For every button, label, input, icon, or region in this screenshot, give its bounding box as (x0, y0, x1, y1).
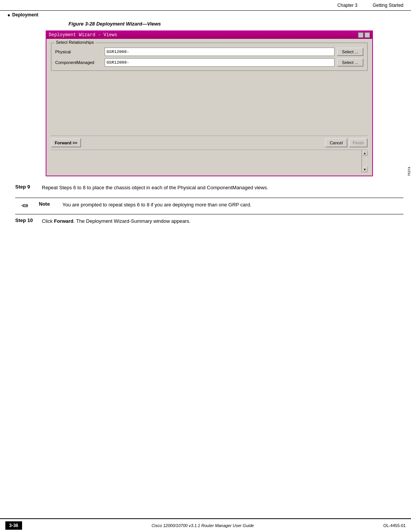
note-text: You are prompted to repeat steps 6 to 8 … (62, 201, 251, 209)
scroll-down-button[interactable]: ▼ (362, 167, 368, 172)
dialog-button-row: Forward >> Cancel Finish (51, 136, 368, 150)
footer-doc-id: OL-4455-01 (383, 523, 406, 528)
note-icon-area: ✏ (15, 201, 34, 211)
note-section: ✏ Note You are prompted to repeat steps … (15, 198, 403, 214)
deployment-label: Deployment (8, 12, 38, 18)
component-managed-row: ComponentManaged Select ... (55, 58, 363, 67)
steps-section: Step 9 Repeat Steps 6 to 8 to place the … (15, 184, 403, 225)
header-chapter: Chapter 3 Getting Started (338, 3, 403, 8)
dialog-body: Select Relationships Physical Select ...… (46, 39, 372, 176)
group-legend: Select Relationships (54, 40, 96, 45)
note-label: Note (39, 201, 58, 207)
physical-input[interactable] (105, 48, 335, 56)
header-bar: Chapter 3 Getting Started (0, 0, 411, 11)
footer-title: Cisco 12000/10700 v3.1.1 Router Manager … (151, 523, 254, 528)
scroll-up-button[interactable]: ▲ (362, 150, 368, 156)
forward-button[interactable]: Forward >> (51, 138, 81, 147)
titlebar-controls: _ □ (358, 32, 370, 38)
figure-number: 75374 (407, 167, 411, 176)
scrollbar[interactable]: ▲ ▼ (362, 150, 368, 173)
maximize-button[interactable]: □ (365, 32, 370, 38)
step-10-label: Step 10 (15, 217, 42, 223)
page-number: 3-36 (5, 521, 22, 530)
dialog-empty-area (51, 75, 368, 136)
chapter-label: Chapter 3 (338, 3, 358, 8)
footer: 3-36 Cisco 12000/10700 v3.1.1 Router Man… (0, 518, 411, 532)
component-managed-select-button[interactable]: Select ... (337, 58, 363, 67)
cancel-button[interactable]: Cancel (325, 138, 347, 147)
section-label: Getting Started (373, 3, 403, 8)
step-10-row: Step 10 Click Forward. The Deployment Wi… (15, 217, 403, 225)
dialog-container: Deployment Wizard - Views _ □ Select Rel… (8, 30, 403, 176)
note-pencil-icon: ✏ (21, 201, 28, 211)
physical-row: Physical Select ... (55, 48, 363, 56)
dialog-titlebar: Deployment Wizard - Views _ □ (46, 31, 372, 39)
component-managed-label: ComponentManaged (55, 60, 105, 65)
scroll-panel: ▲ ▼ (51, 150, 368, 173)
step-10-text: Click Forward. The Deployment Wizard-Sum… (42, 217, 191, 225)
physical-label: Physical (55, 50, 105, 54)
step-9-text: Repeat Steps 6 to 8 to place the chassis… (42, 184, 268, 192)
step-9-row: Step 9 Repeat Steps 6 to 8 to place the … (15, 184, 403, 192)
physical-select-button[interactable]: Select ... (337, 48, 363, 56)
dialog-title: Deployment Wizard - Views (49, 32, 117, 38)
component-managed-input[interactable] (105, 58, 335, 67)
step-9-label: Step 9 (15, 184, 42, 190)
minimize-button[interactable]: _ (358, 32, 363, 38)
figure-caption: Figure 3-28 Deployment Wizard—Views (68, 21, 403, 27)
finish-button[interactable]: Finish (349, 138, 368, 147)
select-relationships-group: Select Relationships Physical Select ...… (51, 43, 368, 71)
main-content: Figure 3-28 Deployment Wizard—Views Depl… (8, 21, 403, 231)
dialog-window: Deployment Wizard - Views _ □ Select Rel… (46, 30, 373, 176)
